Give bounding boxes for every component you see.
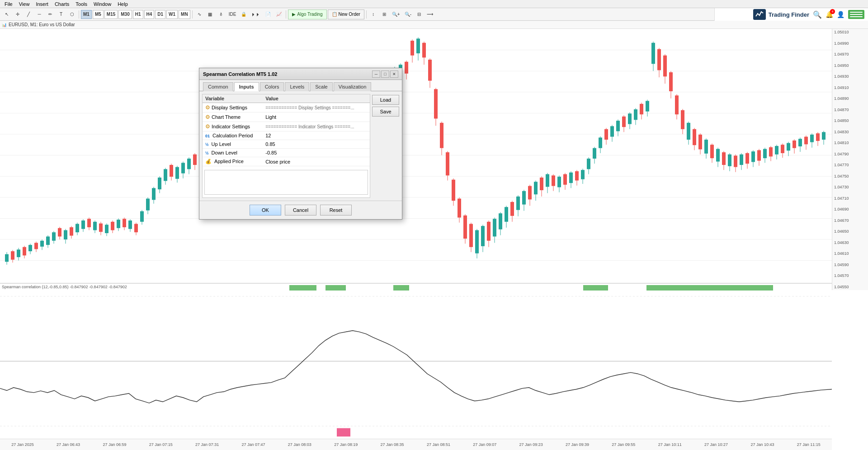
tf-h1[interactable]: H1 <box>133 10 143 19</box>
cancel-btn[interactable]: Cancel <box>285 205 316 216</box>
svg-rect-76 <box>193 155 197 165</box>
icon-fraction2: ½ <box>205 151 209 155</box>
shapes-btn[interactable]: ⬡ <box>67 9 77 19</box>
svg-rect-282 <box>798 139 802 146</box>
dialog-textarea[interactable] <box>204 170 368 195</box>
dialog-titlebar: Spearman Correlation MT5 1.02 ─ □ ✕ <box>199 68 402 80</box>
zoom-in-btn[interactable]: 🔍+ <box>390 9 402 19</box>
svg-rect-148 <box>405 62 408 74</box>
table-row[interactable]: 01 Calculation Period 12 <box>203 131 370 140</box>
svg-rect-210 <box>587 159 590 169</box>
svg-rect-164 <box>452 180 455 201</box>
dialog-minimize-btn[interactable]: ─ <box>372 70 380 78</box>
save-btn[interactable]: Save <box>372 107 399 117</box>
menu-file[interactable]: File <box>2 1 15 7</box>
indicator-btn[interactable]: 📈 <box>274 9 284 19</box>
script-btn[interactable]: 📄 <box>263 9 273 19</box>
icon-section3: ⚙ <box>205 123 210 130</box>
dialog-maximize-btn[interactable]: □ <box>381 70 389 78</box>
tab-inputs[interactable]: Inputs <box>234 82 259 91</box>
chart-type-line[interactable]: ∿ <box>194 9 204 19</box>
tab-scale[interactable]: Scale <box>310 82 333 91</box>
tf-m1[interactable]: M1 <box>81 10 92 19</box>
period-sep-btn[interactable]: ⊟ <box>414 9 424 19</box>
svg-rect-30 <box>58 228 61 237</box>
icon-fraction1: ½ <box>205 142 209 147</box>
table-row[interactable]: ½ Down Level -0.85 <box>203 149 370 157</box>
tf-mn[interactable]: MN <box>179 10 190 19</box>
lock-btn[interactable]: 🔒 <box>239 9 249 19</box>
algo-label: Algo Trading <box>297 12 322 17</box>
table-row[interactable]: 💰 Applied Price Close price <box>203 157 370 166</box>
tab-levels[interactable]: Levels <box>285 82 309 91</box>
zoom-out-btn[interactable]: 🔍- <box>403 9 413 19</box>
svg-rect-50 <box>117 220 120 228</box>
new-order-btn[interactable]: 📋 New Order <box>328 9 364 19</box>
menu-tools[interactable]: Tools <box>73 1 90 7</box>
svg-rect-166 <box>458 199 461 218</box>
var-chart-theme: Chart Theme <box>212 114 241 120</box>
dialog-close-btn[interactable]: ✕ <box>390 70 398 78</box>
table-row[interactable]: ⚙ Indicator Settings ============ Indica… <box>203 122 370 131</box>
chart-type-bar[interactable]: ▦ <box>205 9 215 19</box>
svg-rect-24 <box>40 241 44 247</box>
algo-trading-btn[interactable]: ▶ Algo Trading <box>288 9 326 19</box>
hline-btn[interactable]: ─ <box>34 9 44 19</box>
svg-rect-60 <box>146 199 150 211</box>
pencil-btn[interactable]: ✏ <box>45 9 55 19</box>
chart-type-candle[interactable]: 🕯 <box>216 9 226 19</box>
replay-btn[interactable]: ⏵⏵ <box>250 9 262 19</box>
table-row[interactable]: ⚙ Display Settings ============ Display … <box>203 103 370 112</box>
load-btn[interactable]: Load <box>372 95 399 105</box>
dialog-spearman[interactable]: Spearman Correlation MT5 1.02 ─ □ ✕ Comm… <box>199 68 402 220</box>
ide-btn[interactable]: IDE <box>227 9 238 19</box>
svg-rect-274 <box>775 146 778 155</box>
svg-rect-266 <box>751 151 755 162</box>
menu-view[interactable]: View <box>16 1 33 7</box>
tf-search-icon[interactable]: 🔍 <box>813 10 822 19</box>
tf-m30[interactable]: M30 <box>118 10 132 19</box>
svg-rect-258 <box>728 155 731 166</box>
ok-btn[interactable]: OK <box>250 205 281 216</box>
crosshair-btn[interactable]: ✛ <box>13 9 23 19</box>
menu-help[interactable]: Help <box>115 1 131 7</box>
menu-window[interactable]: Window <box>91 1 114 7</box>
tf-w1[interactable]: W1 <box>166 10 178 19</box>
menu-insert[interactable]: Insert <box>33 1 51 7</box>
tf-d1[interactable]: D1 <box>155 10 165 19</box>
line-btn[interactable]: ╱ <box>24 9 33 19</box>
tf-m5[interactable]: M5 <box>93 10 104 19</box>
svg-rect-276 <box>781 145 784 153</box>
svg-rect-202 <box>563 174 567 185</box>
tab-colors[interactable]: Colors <box>260 82 284 91</box>
menu-charts[interactable]: Charts <box>52 1 72 7</box>
svg-rect-284 <box>804 137 808 145</box>
tf-bell-icon[interactable]: 🔔 4 <box>826 11 833 18</box>
sep2 <box>192 10 193 19</box>
dialog-footer: OK Cancel Reset <box>199 201 402 219</box>
tf-m15[interactable]: M15 <box>104 10 118 19</box>
svg-rect-176 <box>487 222 491 241</box>
tf-h4[interactable]: H4 <box>144 10 155 19</box>
cursor-btn[interactable]: ↖ <box>2 9 12 19</box>
table-row[interactable]: ⚙ Chart Theme Light <box>203 112 370 122</box>
sep4 <box>366 10 367 19</box>
tf-menu-bars[interactable] <box>848 10 864 19</box>
ticks-btn[interactable]: ↕ <box>368 9 378 19</box>
scroll-right-btn[interactable]: ⟶ <box>425 9 435 19</box>
svg-rect-16 <box>17 249 20 257</box>
svg-rect-52 <box>123 219 126 227</box>
svg-rect-36 <box>75 224 79 233</box>
val-down-level: -0.85 <box>263 149 370 157</box>
tab-common[interactable]: Common <box>203 82 233 91</box>
time-bar: 27 Jan 2025 27 Jan 06:43 27 Jan 06:59 27… <box>0 439 832 450</box>
svg-rect-228 <box>640 104 643 114</box>
svg-rect-242 <box>681 110 684 129</box>
tf-user-icon[interactable]: 👤 <box>837 11 844 18</box>
table-row[interactable]: ½ Up Level 0.85 <box>203 140 370 149</box>
price-chart[interactable] <box>0 29 832 290</box>
tab-visualization[interactable]: Visualization <box>334 82 372 91</box>
reset-btn[interactable]: Reset <box>320 205 352 216</box>
chart-grid-btn[interactable]: ⊞ <box>379 9 389 19</box>
text-btn[interactable]: T <box>56 9 66 19</box>
